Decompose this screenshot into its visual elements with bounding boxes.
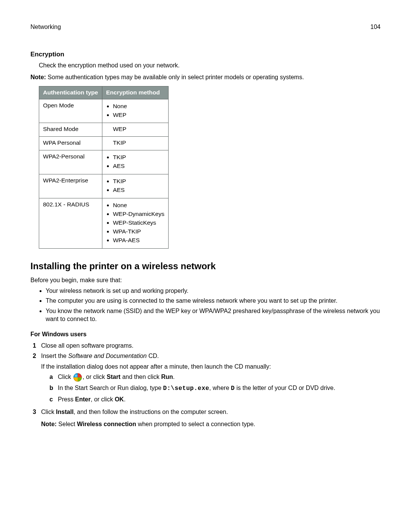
enc-cell: TKIP AES (102, 174, 168, 198)
enc-item: WPA-AES (113, 236, 164, 244)
install-before: Before you begin, make sure that: (30, 276, 381, 284)
step2-note: If the installation dialog does not appe… (41, 363, 381, 371)
th-auth-type: Authentication type (39, 86, 102, 99)
table-row: WPA2-Enterprise TKIP AES (39, 174, 169, 198)
enc-item: TKIP (113, 153, 164, 161)
enc-cell: WEP (102, 123, 168, 137)
step-body: Insert the Software and Documentation CD… (41, 352, 381, 406)
substep-a: a Click , or click Start and then click … (49, 373, 381, 382)
cd-title: Software and Documentation (68, 353, 147, 359)
substep-b: b In the Start Search or Run dialog, typ… (49, 384, 381, 393)
enc-item: AES (113, 162, 164, 170)
encryption-heading: Encryption (30, 50, 381, 59)
step-marker: 3 (33, 408, 41, 433)
table-row: WPA Personal TKIP (39, 137, 169, 150)
table-header-row: Authentication type Encryption method (39, 86, 169, 99)
table-row: Open Mode None WEP (39, 99, 169, 123)
auth-cell: WPA Personal (39, 137, 102, 150)
encryption-table: Authentication type Encryption method Op… (39, 86, 169, 249)
enc-cell: None WEP (102, 99, 168, 123)
enc-item: WPA-TKIP (113, 228, 164, 236)
step2-substeps: a Click , or click Start and then click … (49, 373, 381, 403)
setup-path-code: D:\setup.exe (163, 385, 209, 392)
step-3: 3 Click Install, and then follow the ins… (33, 408, 381, 433)
windows-heading: For Windows users (30, 330, 381, 339)
auth-cell: Open Mode (39, 99, 102, 123)
table-row: Shared Mode WEP (39, 123, 169, 137)
enc-cell: TKIP (102, 137, 168, 150)
enc-item: WEP-StaticKeys (113, 219, 164, 227)
prereq-list: Your wireless network is set up and work… (30, 287, 381, 323)
auth-cell: 802.1X - RADIUS (39, 198, 102, 249)
header-page-number: 104 (370, 23, 381, 31)
enc-item: WEP-DynamicKeys (113, 210, 164, 218)
step-marker: 2 (33, 352, 41, 406)
auth-cell: WPA2-Enterprise (39, 174, 102, 198)
windows-start-orb-icon (73, 373, 82, 382)
auth-cell: Shared Mode (39, 123, 102, 137)
table-row: 802.1X - RADIUS None WEP-DynamicKeys WEP… (39, 198, 169, 249)
enc-cell: TKIP AES (102, 150, 168, 174)
encryption-intro: Check the encryption method used on your… (39, 61, 381, 70)
list-item: The computer you are using is connected … (46, 297, 381, 305)
step3-note: Note: Select Wireless connection when pr… (41, 420, 381, 428)
substep-marker: c (49, 395, 58, 404)
step-marker: 1 (33, 342, 41, 350)
substep-marker: b (49, 384, 58, 393)
th-enc-method: Encryption method (102, 86, 168, 99)
step-2: 2 Insert the Software and Documentation … (33, 352, 381, 406)
step-body: Close all open software programs. (41, 342, 381, 350)
enc-item: WEP (113, 111, 164, 119)
enc-item: None (113, 102, 164, 110)
auth-cell: WPA2-Personal (39, 150, 102, 174)
step-body: Click Install, and then follow the instr… (41, 408, 381, 433)
enc-cell: None WEP-DynamicKeys WEP-StaticKeys WPA-… (102, 198, 168, 249)
list-item: You know the network name (SSID) and the… (46, 307, 381, 323)
substep-marker: a (49, 373, 58, 382)
substep-c: c Press Enter, or click OK. (49, 395, 381, 404)
list-item: Your wireless network is set up and work… (46, 287, 381, 295)
note-text: Some authentication types may be availab… (46, 74, 304, 80)
header-section: Networking (30, 23, 61, 31)
step-1: 1 Close all open software programs. (33, 342, 381, 350)
enc-item: None (113, 201, 164, 209)
install-heading: Installing the printer on a wireless net… (30, 260, 381, 272)
table-row: WPA2-Personal TKIP AES (39, 150, 169, 174)
page-header: Networking 104 (30, 23, 381, 31)
encryption-note: Note: Some authentication types may be a… (30, 73, 381, 81)
enc-item: TKIP (113, 177, 164, 185)
windows-steps: 1 Close all open software programs. 2 In… (33, 342, 381, 433)
note-label: Note: (30, 74, 46, 80)
enc-item: AES (113, 186, 164, 194)
